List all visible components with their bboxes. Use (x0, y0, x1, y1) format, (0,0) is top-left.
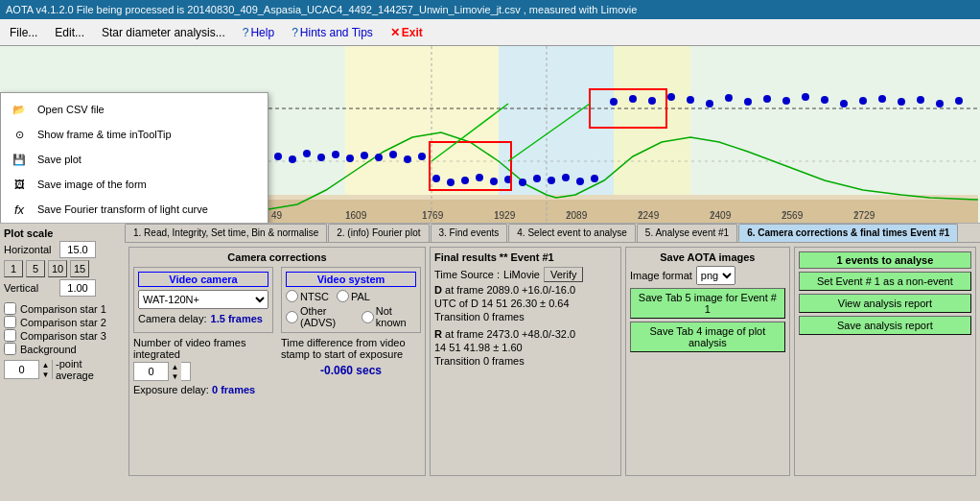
frames-spin-down[interactable]: ▼ (168, 371, 181, 381)
frames-label: Number of video frames integrated (133, 337, 273, 360)
svg-point-47 (533, 175, 541, 182)
point-average-input[interactable] (5, 364, 38, 375)
svg-point-35 (361, 152, 368, 159)
svg-point-37 (389, 151, 397, 158)
svg-point-34 (346, 155, 354, 162)
view-analysis-button[interactable]: View analysis report (799, 294, 971, 313)
horizontal-input[interactable] (59, 241, 96, 258)
vertical-input[interactable] (59, 279, 96, 297)
verify-button[interactable]: Verify (544, 267, 584, 282)
spin-down[interactable]: ▼ (38, 370, 52, 379)
comparison-star-2-checkbox[interactable] (4, 316, 16, 328)
set-non-event-button[interactable]: Set Event # 1 as a non-event (799, 272, 971, 291)
horizontal-scale-row: Horizontal (4, 241, 121, 258)
exposure-delay-value: 0 frames (212, 384, 255, 395)
quick-scale-btns: 1 5 10 15 (4, 260, 121, 277)
tab-4[interactable]: 4. Select event to analyse (508, 224, 636, 242)
notknown-option[interactable]: Not known (362, 305, 416, 328)
svg-point-40 (432, 175, 440, 182)
point-average-row: ▲ ▼ -point average (4, 358, 121, 381)
scale-btn-15[interactable]: 15 (70, 260, 89, 277)
svg-point-29 (274, 153, 282, 160)
vertical-label: Vertical (4, 282, 57, 294)
svg-point-24 (878, 95, 886, 103)
menu-file[interactable]: File... (4, 24, 43, 41)
svg-point-48 (548, 177, 555, 184)
time-diff-value: -0.060 secs (281, 364, 421, 377)
utc-r-value: 14 51 41.98 ± 1.60 (434, 342, 523, 353)
svg-point-19 (782, 97, 790, 105)
final-results-section: Final results ** Event #1 Time Source : … (430, 247, 621, 476)
tab-1[interactable]: 1. Read, Integrity, Set time, Bin & norm… (125, 224, 327, 242)
r-frame-row: R at frame 2473.0 +48.0/-32.0 (434, 328, 617, 340)
frames-section: Number of video frames integrated ▲ ▼ Ex… (133, 337, 273, 395)
camera-model-select[interactable]: WAT-120N+ (138, 290, 268, 309)
save-aota-title: Save AOTA images (630, 251, 785, 263)
dropdown-save-plot[interactable]: 💾 Save plot (1, 147, 268, 172)
svg-point-20 (802, 93, 809, 101)
menu-hints[interactable]: ? Hints and Tips (286, 24, 379, 41)
comparison-star-1-checkbox[interactable] (4, 302, 16, 315)
svg-rect-2 (499, 46, 614, 195)
dropdown-open-csv[interactable]: 📂 Open CSV file (1, 97, 268, 122)
svg-point-22 (840, 100, 848, 107)
menu-edit[interactable]: Edit... (49, 24, 90, 41)
ntsc-option[interactable]: NTSC (286, 290, 329, 302)
point-average-spinner[interactable]: ▲ ▼ (4, 360, 53, 379)
title-text: AOTA v4.1.2.0 File being processed is 20… (6, 4, 637, 15)
other-option[interactable]: Other (ADVS) (286, 305, 354, 328)
show-frame-icon: ⊙ (9, 126, 30, 143)
scale-btn-5[interactable]: 5 (26, 260, 45, 277)
tab-3[interactable]: 3. Find events (431, 224, 508, 242)
tab-6[interactable]: 6. Camera corrections & final times Even… (738, 224, 958, 242)
svg-point-12 (648, 97, 656, 105)
camera-delay-row: Camera delay: 1.5 frames (138, 313, 268, 324)
svg-point-51 (591, 175, 598, 182)
video-system-radios2: Other (ADVS) Not known (286, 305, 416, 328)
main-content: 1. Read, Integrity, Set time, Bin & norm… (125, 224, 980, 480)
svg-rect-3 (614, 46, 690, 195)
utc-d-row: UTC of D 14 51 26.30 ± 0.64 (434, 298, 617, 309)
save-tab5-button[interactable]: Save Tab 5 image for Event # 1 (630, 288, 785, 319)
svg-point-23 (859, 97, 867, 105)
frames-spinner[interactable]: ▲ ▼ (133, 362, 191, 381)
menu-help[interactable]: ? Help (237, 24, 280, 41)
save-tab4-button[interactable]: Save Tab 4 image of plot analysis (630, 322, 785, 352)
svg-point-31 (303, 150, 311, 157)
dropdown-save-image[interactable]: 🖼 Save image of the form (1, 172, 268, 197)
svg-point-18 (763, 95, 771, 103)
pal-option[interactable]: PAL (337, 290, 370, 302)
svg-point-33 (332, 151, 339, 158)
save-analysis-button[interactable]: Save analysis report (799, 316, 971, 335)
svg-point-46 (519, 179, 526, 186)
save-plot-icon: 💾 (9, 151, 30, 168)
svg-point-25 (898, 98, 905, 106)
camera-corrections-title: Camera corrections (133, 251, 421, 263)
background-label: Background (20, 344, 77, 355)
video-system-box: Video system NTSC PAL Other (ADVS) Not k… (281, 267, 421, 333)
bottom-panel: Plot scale Horizontal 1 5 10 15 Vertical… (0, 224, 980, 480)
tab-5[interactable]: 5. Analyse event #1 (637, 224, 737, 242)
scale-btn-10[interactable]: 10 (48, 260, 67, 277)
hints-icon: ? (292, 26, 298, 39)
tab-2[interactable]: 2. (info) Fourier plot (328, 224, 429, 242)
tab-content: Camera corrections Video camera WAT-120N… (125, 243, 980, 480)
menu-star-diameter[interactable]: Star diameter analysis... (96, 24, 231, 41)
d-frame-row: D at frame 2089.0 +16.0/-16.0 (434, 284, 617, 296)
comparison-star-3-checkbox[interactable] (4, 329, 16, 342)
svg-point-21 (821, 96, 828, 104)
svg-point-15 (706, 100, 713, 107)
image-format-select[interactable]: png (696, 266, 735, 285)
frames-spin-up[interactable]: ▲ (168, 362, 181, 371)
dropdown-show-frame[interactable]: ⊙ Show frame & time inToolTip (1, 122, 268, 147)
spin-up[interactable]: ▲ (38, 360, 52, 370)
dropdown-save-fourier[interactable]: fx Save Fourier transform of light curve (1, 197, 268, 222)
svg-point-42 (461, 177, 469, 184)
scale-btn-1[interactable]: 1 (4, 260, 23, 277)
comparison-star-3-label: Comparison star 3 (20, 330, 106, 342)
background-checkbox[interactable] (4, 343, 16, 355)
plot-scale-title: Plot scale (4, 227, 121, 239)
d-label: D (434, 284, 442, 296)
frames-input[interactable] (134, 366, 168, 377)
menu-exit[interactable]: ✕ Exit (385, 24, 429, 41)
